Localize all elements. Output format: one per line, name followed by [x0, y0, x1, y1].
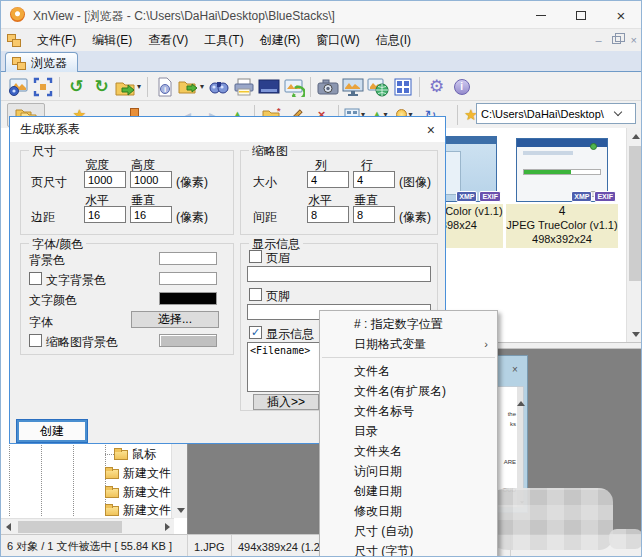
- fullscreen-icon: [33, 77, 53, 97]
- menu-tools[interactable]: 工具(T): [196, 29, 251, 52]
- menu-item-modify-date[interactable]: 修改日期: [320, 501, 497, 521]
- slideshow-icon: [258, 78, 280, 96]
- menu-item-filename-ext[interactable]: 文件名(有扩展名): [320, 381, 497, 401]
- tree-item-label: 新建文件夹: [123, 484, 171, 501]
- text-bg-swatch[interactable]: [159, 272, 217, 285]
- mdi-minimize-button[interactable]: –: [595, 34, 601, 46]
- rotate-right-button[interactable]: ↻: [89, 75, 114, 99]
- menu-create[interactable]: 创建(R): [252, 29, 309, 52]
- print-button[interactable]: [231, 75, 256, 99]
- scroll-left-button[interactable]: [1, 519, 15, 534]
- menu-item-filename[interactable]: 文件名: [320, 361, 497, 381]
- menu-item-size-auto[interactable]: 尺寸 (自动): [320, 521, 497, 541]
- pixels-unit-label: (像素): [399, 209, 431, 226]
- camera-import-button[interactable]: [315, 75, 340, 99]
- bg-color-swatch[interactable]: [159, 252, 217, 265]
- spacing-label: 间距: [253, 209, 277, 226]
- menu-window[interactable]: 窗口(W): [308, 29, 367, 52]
- maximize-button[interactable]: [561, 1, 601, 29]
- thumb-bg-swatch[interactable]: [159, 334, 217, 347]
- menu-edit[interactable]: 编辑(E): [84, 29, 140, 52]
- main-toolbar: ↺ ↻ ▾ i ▾: [1, 73, 641, 101]
- web-create-button[interactable]: [365, 75, 390, 99]
- menu-info[interactable]: 信息(I): [368, 29, 419, 52]
- scroll-right-button[interactable]: [160, 519, 174, 534]
- settings-button[interactable]: ⚙: [424, 75, 449, 99]
- address-input[interactable]: [477, 108, 615, 120]
- address-dropdown-chevron[interactable]: [614, 108, 622, 116]
- toolbar-separator: [457, 105, 458, 125]
- scroll-down-button[interactable]: [172, 502, 188, 518]
- header-input[interactable]: [247, 266, 431, 282]
- menu-view[interactable]: 查看(V): [140, 29, 196, 52]
- preview-close-glyph: ×: [512, 364, 518, 375]
- insert-button[interactable]: 插入>>: [253, 394, 319, 410]
- thumbnail-vertical-scrollbar[interactable]: [626, 128, 642, 342]
- tab-browser[interactable]: 浏览器: [5, 52, 78, 72]
- dialog-close-button[interactable]: ×: [427, 122, 435, 138]
- menu-file[interactable]: 文件(F): [29, 29, 84, 52]
- about-button[interactable]: i: [449, 75, 474, 99]
- mdi-restore-button[interactable]: [612, 36, 621, 44]
- menu-item-size-bytes[interactable]: 尺寸 (字节): [320, 541, 497, 557]
- tree-item-newfolder[interactable]: 新建文件夹: [1, 465, 171, 482]
- convert-button[interactable]: ▾: [114, 75, 143, 99]
- find-button[interactable]: [206, 75, 231, 99]
- mdi-close-button[interactable]: ×: [631, 34, 637, 46]
- tree-item-newfolder[interactable]: 新建文件夹: [1, 484, 171, 501]
- scrollbar-thumb[interactable]: [629, 146, 642, 281]
- columns-input[interactable]: [307, 171, 349, 188]
- show-info-checkbox[interactable]: ✓: [249, 326, 262, 339]
- copy-to-button[interactable]: ▾: [177, 75, 206, 99]
- scrollbar-thumb[interactable]: [18, 521, 122, 533]
- address-combobox[interactable]: [476, 103, 636, 124]
- copy-to-dropdown-caret[interactable]: ▾: [200, 82, 204, 91]
- choose-font-button[interactable]: 选择...: [131, 311, 219, 328]
- slideshow-button[interactable]: [256, 75, 281, 99]
- title-bar: XnView - [浏览器 - C:\Users\DaHai\Desktop\B…: [1, 1, 641, 29]
- margin-v-input[interactable]: [130, 206, 172, 223]
- batch-convert-button[interactable]: [281, 75, 306, 99]
- thumbnail-cell-4[interactable]: XMP EXIF 4 JPEG TrueColor (v1.1) 498x392…: [506, 136, 618, 248]
- gap-v-input[interactable]: [353, 206, 395, 223]
- close-button[interactable]: ×: [601, 1, 641, 29]
- rotate-left-button[interactable]: ↺: [64, 75, 89, 99]
- thumbnail-format: JPEG TrueColor (v1.1): [506, 218, 618, 232]
- screen-show-button[interactable]: [340, 75, 365, 99]
- header-checkbox[interactable]: [249, 250, 262, 263]
- create-button[interactable]: 创建: [17, 420, 87, 442]
- thumb-bg-checkbox[interactable]: [29, 334, 42, 347]
- menu-item-folder-name[interactable]: 文件夹名: [320, 441, 497, 461]
- tree-horizontal-scrollbar[interactable]: [1, 518, 174, 534]
- browser-view-button[interactable]: [5, 75, 30, 99]
- tree-item-newfolder[interactable]: 新建文件夹: [1, 502, 171, 519]
- text-color-swatch[interactable]: [159, 292, 217, 305]
- scroll-down-button[interactable]: [627, 326, 642, 342]
- properties-button[interactable]: i: [152, 75, 177, 99]
- menu-item-number-position[interactable]: # : 指定数字位置: [320, 314, 497, 334]
- page-height-input[interactable]: [130, 171, 172, 188]
- page-width-input[interactable]: [84, 171, 126, 188]
- menu-item-directory[interactable]: 目录: [320, 421, 497, 441]
- dialog-title-bar[interactable]: 生成联系表 ×: [10, 117, 445, 142]
- menu-item-create-date[interactable]: 创建日期: [320, 481, 497, 501]
- minimize-button[interactable]: [521, 1, 561, 29]
- fullscreen-button[interactable]: [30, 75, 55, 99]
- thumbnail-group: 缩略图 列 行 大小 (图像) 水平 垂直 间距 (像素): [240, 150, 438, 235]
- menu-item-date-format[interactable]: 日期格式变量›: [320, 334, 497, 354]
- convert-dropdown-caret[interactable]: ▾: [137, 82, 141, 91]
- arrow-up-icon: [632, 134, 640, 139]
- scroll-up-button[interactable]: [627, 128, 642, 144]
- footer-checkbox[interactable]: [249, 288, 262, 301]
- menu-item-access-date[interactable]: 访问日期: [320, 461, 497, 481]
- status-filename: 1.JPG: [188, 535, 232, 557]
- rows-input[interactable]: [353, 171, 395, 188]
- menu-item-filename-index[interactable]: 文件名标号: [320, 401, 497, 421]
- pixels-unit-label: (像素): [176, 209, 208, 226]
- contact-sheet-button[interactable]: [390, 75, 415, 99]
- gap-h-input[interactable]: [307, 206, 349, 223]
- margin-h-input[interactable]: [84, 206, 126, 223]
- tree-item-mouse[interactable]: 鼠标: [1, 446, 171, 463]
- text-bg-checkbox[interactable]: [29, 272, 42, 285]
- folder-icon: [114, 450, 128, 460]
